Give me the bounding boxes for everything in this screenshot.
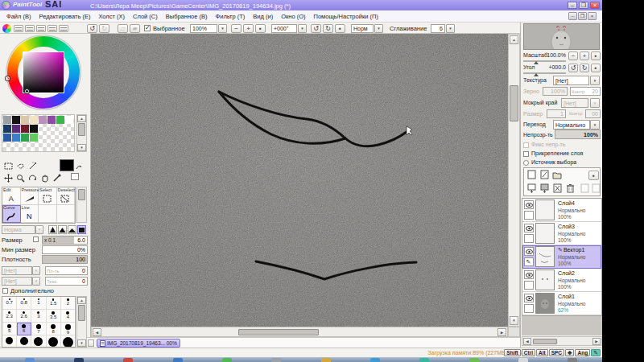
- nav-zoom-in-button[interactable]: +: [580, 51, 589, 60]
- canvas-vertical-scrollbar[interactable]: ▲ ▼: [508, 34, 520, 327]
- brush-size-cell[interactable]: 2: [61, 297, 76, 310]
- v-scroll-thumb[interactable]: [510, 85, 518, 121]
- blend-texture-dropdown[interactable]: [32, 266, 40, 275]
- delete-layer-icon[interactable]: [564, 183, 576, 193]
- visibility-eye-icon[interactable]: [524, 224, 534, 232]
- brush-size-cell[interactable]: 4: [61, 310, 76, 323]
- brush-size-cell[interactable]: 3: [31, 310, 46, 323]
- nav-scale-slider[interactable]: [523, 60, 566, 62]
- color-wheel-toggle-icon[interactable]: [2, 24, 11, 33]
- smoothing-dropdown-button[interactable]: [446, 24, 455, 33]
- invert-selection-button[interactable]: ▰: [130, 24, 140, 33]
- layer-row-sloy2[interactable]: Слой2 Нормально 100%: [522, 269, 601, 292]
- wet-contrast-field[interactable]: 00: [585, 109, 601, 118]
- brush-size-cell[interactable]: [17, 335, 31, 348]
- undo-button[interactable]: ↺: [87, 24, 97, 33]
- grain-value-field[interactable]: 100%: [543, 87, 568, 96]
- layer-pen-mode-box[interactable]: ✎: [524, 257, 534, 266]
- zoom-tool-icon[interactable]: [15, 173, 26, 183]
- foreground-color-swatch[interactable]: [60, 159, 74, 171]
- brush-size-cell[interactable]: 2.6: [17, 310, 31, 323]
- layer-row-vector1-selected[interactable]: ✎ ✎Вектор1 Нормально 100%: [522, 245, 601, 269]
- nav-rotate-ccw-button[interactable]: ↺: [568, 64, 578, 72]
- magic-wand-icon[interactable]: [27, 161, 38, 171]
- brush-size-cell[interactable]: [2, 335, 17, 348]
- brush-size-cell[interactable]: [31, 335, 46, 348]
- visibility-eye-icon[interactable]: [524, 270, 534, 279]
- swatch[interactable]: [3, 125, 11, 133]
- swatch[interactable]: [30, 134, 38, 142]
- paper-texture-dropdown[interactable]: [32, 277, 40, 286]
- texture-strength-field[interactable]: Текс. 0: [45, 277, 88, 286]
- brush-size-cell[interactable]: 5: [2, 323, 17, 335]
- swatch[interactable]: [65, 134, 73, 142]
- menu-item[interactable]: Фильтр (Т): [211, 12, 249, 21]
- swatch[interactable]: [12, 125, 20, 133]
- layer-mode-box[interactable]: [524, 211, 534, 220]
- layer-panel-options-button[interactable]: ▪: [588, 171, 599, 180]
- visibility-eye-icon[interactable]: [524, 294, 534, 302]
- swatch[interactable]: [47, 142, 56, 150]
- layer-row-sloy3[interactable]: Слой3 Нормально 100%: [522, 222, 601, 245]
- child-minimize-button[interactable]: –: [568, 12, 577, 20]
- brush-size-cell[interactable]: 0.7: [2, 297, 17, 310]
- saturation-value-square[interactable]: [23, 52, 64, 93]
- swatch[interactable]: [21, 134, 29, 142]
- swatch[interactable]: [47, 134, 56, 142]
- brush-size-cell[interactable]: [47, 335, 61, 348]
- new-vector-layer-icon[interactable]: [539, 170, 550, 179]
- advanced-checkbox[interactable]: [2, 288, 8, 294]
- nav-rotate-reset-button[interactable]: ▪: [591, 64, 601, 72]
- tool-curve[interactable]: Curve: [2, 205, 21, 223]
- child-restore-button[interactable]: ❒: [578, 12, 587, 20]
- texture-dropdown[interactable]: [590, 76, 600, 85]
- swatch[interactable]: [56, 142, 64, 150]
- density-slider[interactable]: 100: [42, 255, 88, 264]
- brush-tip-3[interactable]: [68, 225, 76, 234]
- brush-size-cell[interactable]: 0.8: [17, 297, 31, 310]
- brush-size-cell[interactable]: [61, 335, 76, 348]
- smoothing-value-field[interactable]: 6: [431, 24, 445, 33]
- blend-mode-dropdown[interactable]: [590, 120, 600, 130]
- layer-mode-box[interactable]: [524, 234, 534, 243]
- eyedropper-icon[interactable]: [52, 173, 62, 183]
- menu-item[interactable]: Выбранное (В): [162, 12, 212, 21]
- blend-texture-field[interactable]: [Нет]: [2, 266, 32, 275]
- rotate-cw-button[interactable]: ↻: [323, 24, 333, 33]
- tool-deselect[interactable]: Deselect: [57, 187, 76, 205]
- nav-zoom-reset-button[interactable]: ▪: [591, 51, 601, 60]
- menu-item[interactable]: Помощь/Настройки (П): [310, 12, 382, 21]
- swatch-scrollbar[interactable]: ▲ ▼: [76, 114, 87, 152]
- grain-contrast-field[interactable]: Контр 20: [570, 87, 601, 96]
- brush-tip-1[interactable]: [48, 225, 57, 234]
- clipping-group-checkbox[interactable]: [523, 151, 529, 157]
- window-maximize-button[interactable]: ❒: [579, 2, 588, 9]
- background-color-swatch[interactable]: [71, 173, 79, 180]
- swap-colors-icon[interactable]: [76, 159, 82, 166]
- child-close-button[interactable]: ×: [588, 12, 597, 20]
- rect-select-icon[interactable]: [3, 161, 14, 171]
- sampling-mode-dropdown-button[interactable]: [374, 24, 383, 33]
- menu-item[interactable]: Окно (О): [277, 12, 309, 21]
- selection-source-radio[interactable]: [523, 160, 529, 166]
- panel-toggle-1-icon[interactable]: [14, 25, 23, 32]
- tool-pressure[interactable]: Pressure: [21, 187, 39, 205]
- visibility-eye-icon[interactable]: [524, 247, 534, 256]
- brush-size-cell[interactable]: 7: [31, 323, 46, 335]
- tab-scroll-button[interactable]: [88, 339, 94, 347]
- taskbar-app-icon[interactable]: [271, 358, 281, 362]
- tool-line[interactable]: LineN: [21, 205, 39, 223]
- swatch[interactable]: [3, 116, 11, 124]
- swatch[interactable]: [65, 125, 73, 133]
- texture-field[interactable]: [Нет]: [553, 76, 589, 85]
- swatch[interactable]: [21, 116, 29, 124]
- rotate-ccw-button[interactable]: ↺: [311, 24, 321, 33]
- panel-toggle-5-icon[interactable]: [59, 25, 68, 32]
- taskbar-app-icon[interactable]: [518, 358, 528, 362]
- new-layer-icon[interactable]: [526, 170, 537, 179]
- taskbar-app-icon[interactable]: [123, 358, 133, 362]
- brush-size-scrollbar[interactable]: ▲ ▼: [76, 296, 87, 348]
- visibility-eye-icon[interactable]: [524, 200, 534, 209]
- swatch[interactable]: [47, 116, 56, 124]
- taskbar-app-icon[interactable]: [419, 358, 429, 362]
